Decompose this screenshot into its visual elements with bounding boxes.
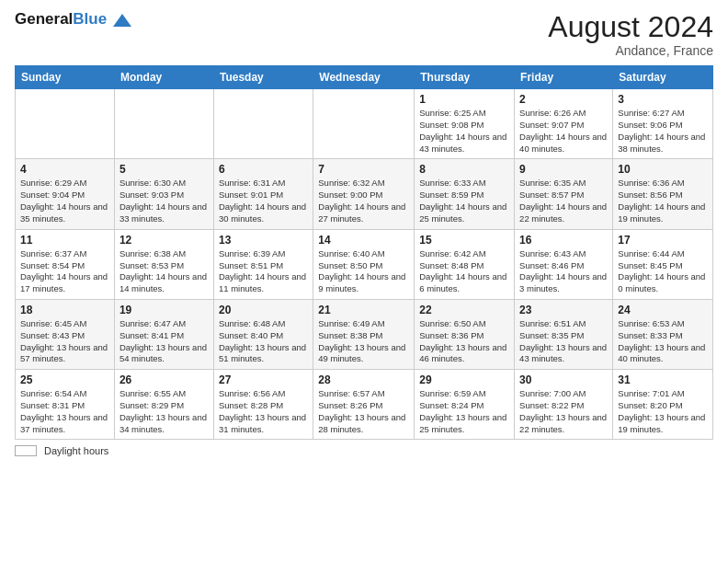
calendar-cell: 7 Sunrise: 6:32 AM Sunset: 9:00 PM Dayli… [313,159,415,229]
day-number: 29 [419,373,509,386]
day-number: 5 [119,163,209,176]
day-number: 15 [419,234,509,247]
day-number: 13 [219,234,308,247]
calendar-cell: 1 Sunrise: 6:25 AM Sunset: 9:08 PM Dayli… [415,89,515,159]
calendar-cell [313,89,415,159]
calendar-header-row: SundayMondayTuesdayWednesdayThursdayFrid… [16,66,713,89]
calendar-cell: 18 Sunrise: 6:45 AM Sunset: 8:43 PM Dayl… [16,299,115,369]
day-info: Sunrise: 6:31 AM Sunset: 9:01 PM Dayligh… [219,178,308,224]
calendar-cell: 23 Sunrise: 6:51 AM Sunset: 8:35 PM Dayl… [515,299,613,369]
day-info: Sunrise: 7:00 AM Sunset: 8:22 PM Dayligh… [519,388,608,435]
header-thursday: Thursday [415,66,515,89]
day-number: 31 [618,373,708,386]
calendar-cell: 10 Sunrise: 6:36 AM Sunset: 8:56 PM Dayl… [613,159,713,229]
subtitle: Andance, France [548,43,713,58]
daylight-swatch [15,445,37,456]
svg-marker-0 [113,14,131,27]
day-number: 12 [119,234,209,247]
calendar-cell: 4 Sunrise: 6:29 AM Sunset: 9:04 PM Dayli… [16,159,115,229]
day-info: Sunrise: 6:43 AM Sunset: 8:46 PM Dayligh… [519,248,608,295]
calendar-cell: 29 Sunrise: 6:59 AM Sunset: 8:24 PM Dayl… [415,370,515,440]
main-title: August 2024 [548,11,713,43]
footer-label: Daylight hours [44,445,108,456]
day-info: Sunrise: 6:27 AM Sunset: 9:06 PM Dayligh… [618,108,708,155]
calendar-cell: 12 Sunrise: 6:38 AM Sunset: 8:53 PM Dayl… [114,229,213,299]
header-sunday: Sunday [16,66,115,89]
day-info: Sunrise: 6:53 AM Sunset: 8:33 PM Dayligh… [618,318,708,365]
calendar-cell: 30 Sunrise: 7:00 AM Sunset: 8:22 PM Dayl… [515,370,613,440]
calendar-cell: 24 Sunrise: 6:53 AM Sunset: 8:33 PM Dayl… [613,299,713,369]
calendar-cell [114,89,213,159]
day-info: Sunrise: 6:32 AM Sunset: 9:00 PM Dayligh… [318,178,409,224]
day-info: Sunrise: 6:57 AM Sunset: 8:26 PM Dayligh… [318,388,409,435]
header: GeneralBlue August 2024 Andance, France [15,11,713,58]
calendar-cell: 25 Sunrise: 6:54 AM Sunset: 8:31 PM Dayl… [16,370,115,440]
calendar-cell: 27 Sunrise: 6:56 AM Sunset: 8:28 PM Dayl… [213,370,313,440]
calendar-cell [16,89,115,159]
header-tuesday: Tuesday [213,66,313,89]
header-monday: Monday [114,66,213,89]
day-number: 1 [419,93,509,106]
day-info: Sunrise: 6:42 AM Sunset: 8:48 PM Dayligh… [419,248,509,295]
day-number: 21 [318,304,409,316]
day-number: 25 [20,373,109,386]
day-number: 28 [318,373,409,386]
week-row-2: 4 Sunrise: 6:29 AM Sunset: 9:04 PM Dayli… [16,159,713,229]
day-number: 10 [618,163,708,176]
day-info: Sunrise: 6:39 AM Sunset: 8:51 PM Dayligh… [219,248,308,295]
day-info: Sunrise: 6:51 AM Sunset: 8:35 PM Dayligh… [519,318,608,365]
calendar-cell: 6 Sunrise: 6:31 AM Sunset: 9:01 PM Dayli… [213,159,313,229]
day-number: 9 [519,163,608,176]
day-info: Sunrise: 6:26 AM Sunset: 9:07 PM Dayligh… [519,108,608,155]
calendar-cell: 31 Sunrise: 7:01 AM Sunset: 8:20 PM Dayl… [613,370,713,440]
calendar-cell: 8 Sunrise: 6:33 AM Sunset: 8:59 PM Dayli… [415,159,515,229]
day-number: 6 [219,163,308,176]
calendar-cell: 26 Sunrise: 6:55 AM Sunset: 8:29 PM Dayl… [114,370,213,440]
day-info: Sunrise: 6:47 AM Sunset: 8:41 PM Dayligh… [119,318,209,365]
calendar-cell: 28 Sunrise: 6:57 AM Sunset: 8:26 PM Dayl… [313,370,415,440]
calendar-cell: 2 Sunrise: 6:26 AM Sunset: 9:07 PM Dayli… [515,89,613,159]
day-info: Sunrise: 6:49 AM Sunset: 8:38 PM Dayligh… [318,318,409,365]
week-row-1: 1 Sunrise: 6:25 AM Sunset: 9:08 PM Dayli… [16,89,713,159]
calendar-cell: 15 Sunrise: 6:42 AM Sunset: 8:48 PM Dayl… [415,229,515,299]
page: GeneralBlue August 2024 Andance, France … [0,0,728,563]
calendar-cell: 9 Sunrise: 6:35 AM Sunset: 8:57 PM Dayli… [515,159,613,229]
day-info: Sunrise: 6:50 AM Sunset: 8:36 PM Dayligh… [419,318,509,365]
day-number: 3 [618,93,708,106]
day-info: Sunrise: 6:37 AM Sunset: 8:54 PM Dayligh… [20,248,109,295]
calendar-table: SundayMondayTuesdayWednesdayThursdayFrid… [15,65,713,440]
day-number: 23 [519,304,608,316]
day-info: Sunrise: 6:36 AM Sunset: 8:56 PM Dayligh… [618,178,708,224]
day-number: 19 [119,304,209,316]
day-info: Sunrise: 6:25 AM Sunset: 9:08 PM Dayligh… [419,108,509,155]
day-info: Sunrise: 6:35 AM Sunset: 8:57 PM Dayligh… [519,178,608,224]
day-info: Sunrise: 7:01 AM Sunset: 8:20 PM Dayligh… [618,388,708,435]
day-number: 2 [519,93,608,106]
day-number: 30 [519,373,608,386]
logo: GeneralBlue [15,11,131,29]
day-number: 22 [419,304,509,316]
header-wednesday: Wednesday [313,66,415,89]
calendar-cell: 3 Sunrise: 6:27 AM Sunset: 9:06 PM Dayli… [613,89,713,159]
day-info: Sunrise: 6:55 AM Sunset: 8:29 PM Dayligh… [119,388,209,435]
day-number: 26 [119,373,209,386]
day-number: 27 [219,373,308,386]
day-info: Sunrise: 6:56 AM Sunset: 8:28 PM Dayligh… [219,388,308,435]
calendar-cell [213,89,313,159]
day-info: Sunrise: 6:54 AM Sunset: 8:31 PM Dayligh… [20,388,109,435]
calendar-cell: 22 Sunrise: 6:50 AM Sunset: 8:36 PM Dayl… [415,299,515,369]
day-info: Sunrise: 6:45 AM Sunset: 8:43 PM Dayligh… [20,318,109,365]
day-number: 11 [20,234,109,247]
calendar-cell: 16 Sunrise: 6:43 AM Sunset: 8:46 PM Dayl… [515,229,613,299]
calendar-footer: Daylight hours [15,445,713,456]
calendar-cell: 21 Sunrise: 6:49 AM Sunset: 8:38 PM Dayl… [313,299,415,369]
calendar-cell: 11 Sunrise: 6:37 AM Sunset: 8:54 PM Dayl… [16,229,115,299]
day-number: 7 [318,163,409,176]
day-number: 8 [419,163,509,176]
header-saturday: Saturday [613,66,713,89]
title-block: August 2024 Andance, France [548,11,713,58]
day-number: 14 [318,234,409,247]
day-number: 24 [618,304,708,316]
day-info: Sunrise: 6:33 AM Sunset: 8:59 PM Dayligh… [419,178,509,224]
day-number: 4 [20,163,109,176]
